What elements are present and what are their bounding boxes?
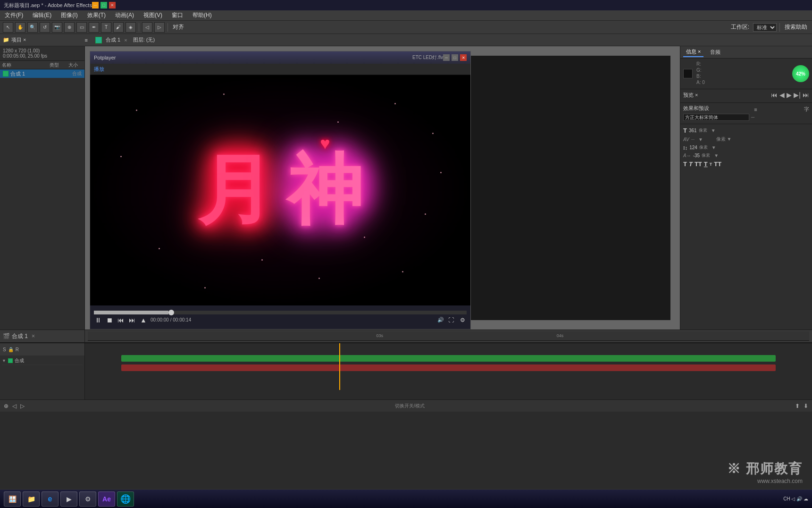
- typo-btn-italic[interactable]: T: [689, 161, 693, 168]
- char-panel-label: 字: [804, 106, 809, 113]
- taskbar-folder[interactable]: 📁: [23, 491, 40, 507]
- menu-file[interactable]: 文件(F): [3, 10, 25, 20]
- timeline-comp-tab[interactable]: 合成 1: [12, 332, 28, 340]
- taskbar-chrome[interactable]: 🌐: [117, 491, 134, 507]
- pp-mark-btn[interactable]: ▲: [139, 316, 148, 324]
- pp-next-btn[interactable]: ⏭: [128, 316, 136, 324]
- typo-btn-5[interactable]: T: [710, 161, 712, 168]
- pp-pause-btn[interactable]: ⏸: [94, 316, 102, 324]
- pp-prev-btn[interactable]: ⏮: [117, 316, 125, 324]
- pp-close[interactable]: ✕: [460, 54, 467, 61]
- preview-next-frame[interactable]: ▶|: [794, 91, 801, 99]
- tool-camera[interactable]: 📷: [52, 22, 62, 33]
- taskbar-media[interactable]: ▶: [60, 491, 77, 507]
- status-btn-1[interactable]: ⊕: [4, 403, 8, 409]
- av-dropdown[interactable]: ▼: [698, 137, 703, 142]
- taskbar-ie[interactable]: e: [42, 491, 59, 507]
- tl-toggle-lock[interactable]: 🔒: [8, 347, 14, 352]
- close-button[interactable]: ✕: [109, 2, 116, 8]
- progress-bar[interactable]: [94, 311, 467, 314]
- tl-toggle-render[interactable]: R: [16, 347, 19, 352]
- menu-help[interactable]: 帮助(H): [191, 10, 214, 20]
- taskbar-start[interactable]: 🪟: [4, 491, 21, 507]
- ae-icon: Ae: [102, 494, 111, 504]
- pp-menu-play[interactable]: 播放: [94, 66, 104, 73]
- leading-dropdown[interactable]: ▼: [712, 145, 716, 150]
- timeline-comp-close[interactable]: ×: [32, 333, 35, 339]
- maximize-button[interactable]: □: [100, 2, 107, 8]
- effects-menu[interactable]: ≡: [754, 107, 757, 112]
- typo-btn-bold[interactable]: TT: [695, 161, 702, 168]
- progress-thumb[interactable]: [168, 310, 174, 315]
- tool-rotate[interactable]: ↺: [40, 22, 50, 33]
- tool-undo[interactable]: ◁: [142, 22, 152, 33]
- pp-restore[interactable]: □: [452, 54, 458, 61]
- tool-pen[interactable]: ✒: [89, 22, 99, 33]
- typo-btn-6[interactable]: TT: [714, 161, 721, 168]
- preview-goto-start[interactable]: ⏮: [771, 91, 778, 99]
- tool-redo[interactable]: ▷: [154, 22, 165, 33]
- tl-toggle-solo[interactable]: S: [3, 347, 6, 352]
- preview-play[interactable]: ▶: [787, 91, 792, 99]
- layer-1[interactable]: ▼ 合成: [2, 356, 83, 365]
- toolbar-sep-1: [139, 23, 139, 32]
- led-text-display: 月 神 ♥: [198, 152, 363, 228]
- tool-clone[interactable]: ◈: [126, 22, 136, 33]
- taskbar-ae[interactable]: Ae: [98, 491, 115, 507]
- comp-close-btn[interactable]: ×: [124, 37, 127, 43]
- g-row: G:: [696, 68, 709, 73]
- potplayer-window-controls: ─ □ ✕: [443, 54, 467, 61]
- pp-settings-btn[interactable]: ⚙: [458, 316, 467, 324]
- size-dropdown-1[interactable]: ▼: [711, 128, 716, 133]
- track-red[interactable]: [121, 364, 776, 371]
- status-timeline-expand[interactable]: ⬆: [795, 403, 800, 409]
- potplayer-titlebar[interactable]: Potplayer ETC LED灯.flv ─ □ ✕: [90, 51, 470, 64]
- menu-image[interactable]: 图像(I): [59, 10, 79, 20]
- project-panel-menu[interactable]: ≡: [85, 37, 88, 43]
- preview-prev-frame[interactable]: ◀: [779, 91, 785, 99]
- potplayer-window[interactable]: Potplayer ETC LED灯.flv ─ □ ✕ 播放: [90, 51, 471, 330]
- menu-animation[interactable]: 动画(A): [113, 10, 136, 20]
- time-current: 00:00:00: [151, 317, 169, 322]
- playhead[interactable]: [339, 343, 340, 390]
- tool-zoom[interactable]: 🔍: [27, 22, 38, 33]
- project-panel-icon: 📁: [3, 37, 9, 43]
- preview-goto-end[interactable]: ⏭: [803, 91, 809, 99]
- pp-minimize[interactable]: ─: [443, 54, 450, 61]
- time-total: 00:00:14: [173, 317, 191, 322]
- typo-btn-4[interactable]: T: [704, 161, 708, 168]
- pp-fullscreen-btn[interactable]: ⛶: [447, 316, 455, 324]
- status-btn-2[interactable]: ◁: [12, 403, 17, 409]
- tool-select[interactable]: ↖: [3, 22, 13, 33]
- menu-bar: 文件(F) 编辑(E) 图像(I) 效果(T) 动画(A) 视图(V) 窗口 帮…: [0, 10, 812, 21]
- tool-brush[interactable]: 🖌: [113, 22, 124, 33]
- pp-stop-btn[interactable]: ⏹: [105, 316, 114, 324]
- status-timeline-shrink[interactable]: ⬇: [804, 403, 808, 409]
- menu-effects[interactable]: 效果(T): [85, 10, 108, 20]
- kerning-dropdown[interactable]: ▼: [714, 153, 719, 158]
- project-item-comp1[interactable]: 合成 1 合成: [0, 69, 84, 78]
- toolbar: ↖ ✋ 🔍 ↺ 📷 ⊕ ▭ ✒ T 🖌 ◈ ◁ ▷ 对齐 工作区: 标准 搜索助…: [0, 21, 812, 34]
- typo-btn-1[interactable]: T: [683, 161, 687, 168]
- tool-anchor[interactable]: ⊕: [64, 22, 75, 33]
- layer-label: 图层: (无): [133, 36, 155, 43]
- status-btn-3[interactable]: ▷: [20, 403, 25, 409]
- minimize-button[interactable]: ─: [92, 2, 99, 8]
- size-dropdown-2[interactable]: 像素 ▼: [716, 136, 732, 143]
- timeline-icon: 🎬: [3, 333, 10, 339]
- workspace-select[interactable]: 标准: [753, 23, 777, 32]
- tab-audio[interactable]: 音频: [707, 48, 723, 57]
- tab-info[interactable]: 信息 ×: [683, 47, 703, 57]
- track-green[interactable]: [121, 355, 776, 362]
- tool-text[interactable]: T: [101, 22, 111, 33]
- tool-hand[interactable]: ✋: [15, 22, 25, 33]
- menu-window[interactable]: 窗口: [170, 10, 185, 20]
- font-name-input[interactable]: [683, 114, 749, 121]
- menu-view[interactable]: 视图(V): [142, 10, 164, 20]
- menu-edit[interactable]: 编辑(E): [31, 10, 53, 20]
- taskbar-settings[interactable]: ⚙: [79, 491, 96, 507]
- tool-mask[interactable]: ▭: [76, 22, 87, 33]
- comp-tab-label[interactable]: 合成 1: [106, 36, 120, 43]
- color-preview: [683, 69, 693, 78]
- preview-transport: ⏮ ◀ ▶ ▶| ⏭: [771, 91, 809, 99]
